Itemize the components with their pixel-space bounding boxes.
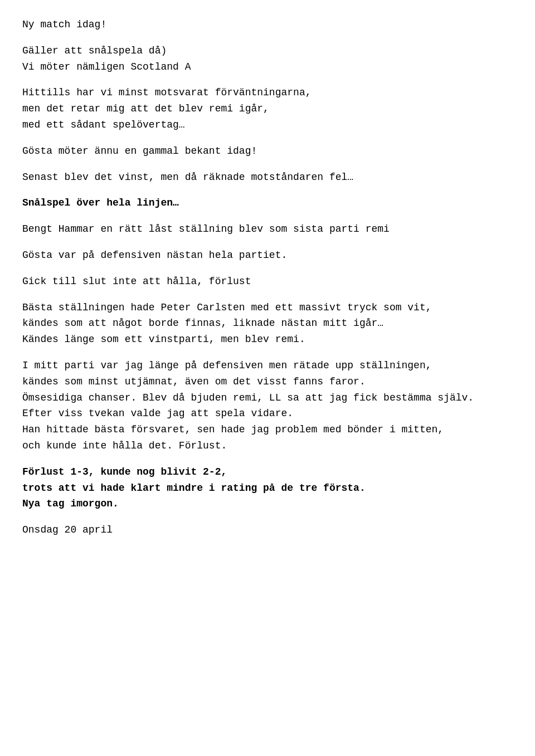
paragraph-7-text: Bengt Hammar en rätt låst ställning blev… [22, 223, 390, 235]
paragraph-11: I mitt parti var jag länge på defensiven… [22, 358, 513, 454]
paragraph-1-text: Ny match idag! [22, 19, 106, 30]
paragraph-2-text: Gäller att snålspela då)Vi möter nämlige… [22, 45, 191, 72]
paragraph-5: Senast blev det vinst, men då räknade mo… [22, 169, 513, 186]
paragraph-4: Gösta möter ännu en gammal bekant idag! [22, 143, 513, 159]
paragraph-13: Onsdag 20 april [22, 522, 513, 538]
paragraph-9-text: Gick till slut inte att hålla, förlust [22, 276, 251, 287]
paragraph-9: Gick till slut inte att hålla, förlust [22, 274, 513, 290]
paragraph-13-text: Onsdag 20 april [22, 524, 113, 535]
paragraph-8-text: Gösta var på defensiven nästan hela part… [22, 250, 287, 261]
paragraph-3-text: Hittills har vi minst motsvarat förväntn… [22, 87, 311, 130]
paragraph-11-text: I mitt parti var jag länge på defensiven… [22, 360, 474, 451]
paragraph-6: Snålspel över hela linjen… [22, 195, 513, 211]
document-container: Ny match idag! Gäller att snålspela då)V… [22, 17, 513, 538]
paragraph-10-text: Bästa ställningen hade Peter Carlsten me… [22, 302, 432, 345]
paragraph-6-text: Snålspel över hela linjen… [22, 197, 179, 208]
paragraph-7: Bengt Hammar en rätt låst ställning blev… [22, 221, 513, 237]
paragraph-12: Förlust 1-3, kunde nog blivit 2-2,trots … [22, 464, 513, 512]
paragraph-2: Gäller att snålspela då)Vi möter nämlige… [22, 43, 513, 75]
paragraph-8: Gösta var på defensiven nästan hela part… [22, 247, 513, 264]
paragraph-12-text: Förlust 1-3, kunde nog blivit 2-2,trots … [22, 466, 366, 510]
paragraph-10: Bästa ställningen hade Peter Carlsten me… [22, 300, 513, 348]
paragraph-4-text: Gösta möter ännu en gammal bekant idag! [22, 145, 257, 157]
paragraph-5-text: Senast blev det vinst, men då räknade mo… [22, 172, 353, 183]
paragraph-1: Ny match idag! [22, 17, 513, 33]
paragraph-3: Hittills har vi minst motsvarat förväntn… [22, 85, 513, 133]
